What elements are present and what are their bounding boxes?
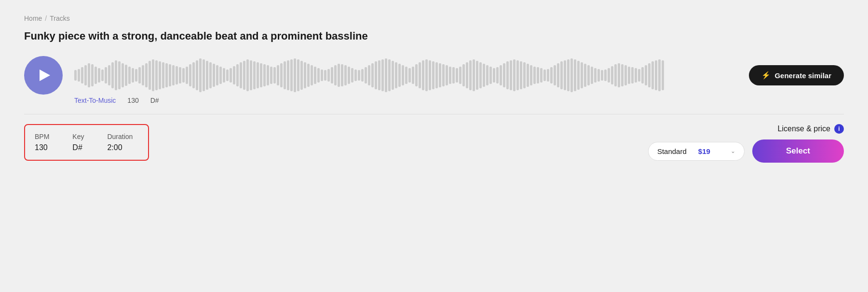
- waveform-bar: [189, 64, 191, 86]
- waveform-bar: [439, 63, 441, 88]
- waveform-bar: [476, 61, 478, 90]
- waveform-bar: [159, 61, 161, 89]
- waveform-bar: [469, 60, 472, 91]
- waveform-bar: [78, 69, 80, 82]
- waveform-bar: [314, 67, 316, 84]
- waveform-bar: [402, 65, 404, 85]
- waveform-bar: [253, 61, 256, 89]
- waveform-bar: [186, 67, 188, 84]
- waveform-bar: [432, 61, 434, 89]
- breadcrumb-tracks[interactable]: Tracks: [50, 14, 69, 22]
- waveform-bar: [263, 64, 266, 86]
- waveform-bar: [375, 61, 377, 89]
- waveform-bar: [88, 63, 90, 88]
- waveform-bar: [300, 61, 303, 90]
- waveform-bar: [597, 69, 600, 82]
- waveform-bar: [176, 66, 178, 85]
- chevron-down-icon: ⌄: [731, 148, 735, 154]
- breadcrumb: Home / Tracks: [24, 14, 844, 22]
- waveform-bar: [429, 60, 431, 91]
- waveform-bar: [219, 67, 222, 84]
- waveform-bar: [331, 67, 333, 83]
- duration-column: Duration 2:00: [107, 133, 133, 152]
- waveform-bar: [601, 70, 603, 81]
- info-icon[interactable]: i: [834, 124, 844, 134]
- duration-value: 2:00: [107, 143, 133, 152]
- waveform[interactable]: [74, 56, 739, 95]
- waveform-bar: [381, 59, 384, 91]
- waveform-bar: [493, 68, 495, 83]
- tag-text-to-music[interactable]: Text-To-Music: [74, 97, 116, 104]
- waveform-bar: [327, 69, 330, 82]
- waveform-bar: [297, 59, 299, 91]
- bottom-section: BPM 130 Key D# Duration 2:00 License & p…: [24, 124, 844, 163]
- waveform-bar: [284, 61, 286, 89]
- waveform-bar: [270, 67, 272, 84]
- waveform-bar: [442, 64, 445, 86]
- waveform-bar: [209, 62, 212, 88]
- waveform-bar: [567, 59, 570, 91]
- waveform-bar: [287, 60, 289, 91]
- waveform-bar: [648, 63, 651, 88]
- meta-bpm: 130: [127, 97, 138, 104]
- waveform-bar: [122, 63, 124, 88]
- waveform-bar: [388, 59, 391, 91]
- waveform-bar: [608, 68, 610, 83]
- waveform-bar: [533, 67, 536, 84]
- waveform-bar: [358, 70, 360, 81]
- waveform-bar: [179, 67, 181, 83]
- waveform-bar: [361, 69, 364, 82]
- bpm-column: BPM 130: [35, 133, 49, 152]
- waveform-bar: [398, 64, 401, 87]
- waveform-bar: [125, 65, 127, 85]
- waveform-bar: [317, 68, 320, 83]
- waveform-bar: [192, 62, 195, 88]
- waveform-bar: [230, 68, 232, 83]
- waveform-bar: [105, 67, 107, 83]
- waveform-bar: [250, 60, 252, 91]
- waveform-bar: [604, 70, 607, 81]
- waveform-bar: [155, 60, 158, 91]
- waveform-bar: [554, 65, 556, 85]
- waveform-bar: [550, 67, 553, 83]
- waveform-bar: [260, 63, 262, 88]
- bpm-label: BPM: [35, 133, 49, 140]
- waveform-bar: [341, 64, 343, 86]
- waveform-bar: [449, 67, 451, 84]
- generate-similar-button[interactable]: ⚡ Generate similar: [749, 65, 844, 85]
- license-title-row: License & price i: [778, 124, 844, 134]
- waveform-bar: [500, 65, 502, 85]
- waveform-bar: [587, 65, 590, 85]
- waveform-bar: [277, 65, 279, 85]
- waveform-bar: [503, 63, 505, 88]
- duration-label: Duration: [107, 133, 133, 140]
- waveform-bar: [392, 61, 394, 90]
- waveform-bar: [456, 68, 458, 83]
- waveform-bar: [574, 59, 576, 91]
- track-details-box: BPM 130 Key D# Duration 2:00: [24, 124, 149, 161]
- waveform-bar: [459, 67, 461, 84]
- waveform-bar: [338, 64, 340, 87]
- license-dropdown[interactable]: Standard $19 ⌄: [648, 142, 745, 161]
- lightning-icon: ⚡: [761, 71, 771, 80]
- play-button[interactable]: [24, 56, 63, 95]
- waveform-bar: [108, 65, 110, 85]
- waveform-bar: [199, 58, 202, 92]
- waveform-bar: [233, 66, 235, 85]
- waveform-bar: [294, 58, 296, 92]
- waveform-bar: [631, 67, 634, 83]
- waveform-bar: [557, 63, 559, 88]
- waveform-bar: [560, 61, 563, 89]
- waveform-bar: [658, 59, 661, 91]
- waveform-bar: [74, 70, 77, 81]
- waveform-bar: [348, 67, 350, 84]
- waveform-bar: [257, 62, 259, 88]
- key-value: D#: [72, 143, 84, 152]
- waveform-bar: [486, 65, 488, 85]
- breadcrumb-home[interactable]: Home: [24, 14, 42, 22]
- waveform-bar: [577, 61, 580, 90]
- select-button[interactable]: Select: [752, 139, 844, 163]
- waveform-bar: [537, 67, 539, 83]
- waveform-bar: [446, 65, 448, 85]
- license-label: License & price: [778, 125, 830, 133]
